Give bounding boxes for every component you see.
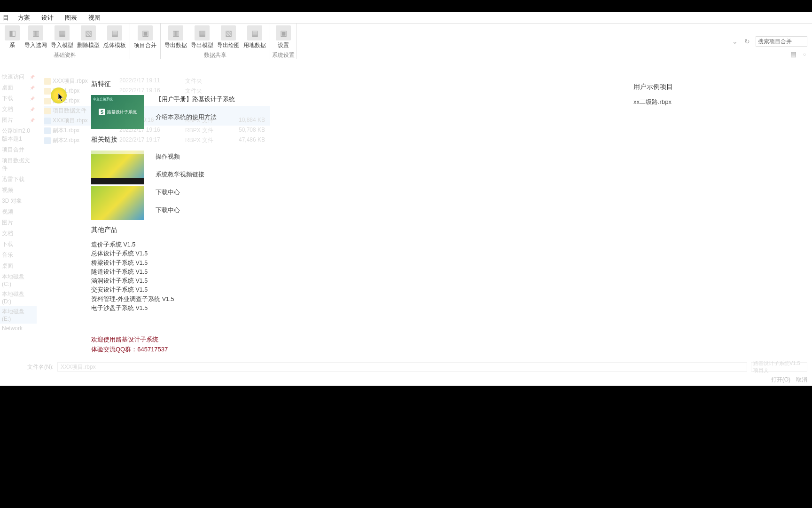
menu-item-chart[interactable]: 图表	[59, 12, 83, 24]
cursor-icon	[58, 93, 64, 103]
link-row-video[interactable]: 操作视频 系统教学视频链接	[91, 151, 605, 184]
delete-model-icon: ▧	[81, 25, 96, 40]
export-model-icon: ▦	[195, 25, 210, 40]
product-list: 造价子系统 V1.5总体设计子系统 V1.5桥梁设计子系统 V1.5隧道设计子系…	[91, 241, 605, 312]
product-item[interactable]: 造价子系统 V1.5	[91, 241, 605, 248]
product-item[interactable]: 交安设计子系统 V1.5	[91, 286, 605, 294]
thumb-logo-text: 中交公路系统	[93, 97, 113, 102]
product-item[interactable]: 资料管理-外业调查子系统 V1.5	[91, 295, 605, 303]
ribbon-group-share: ▥导出数据 ▦导出模型 ▧导出绘图 ▤用地数据 数据共享	[161, 24, 270, 59]
ribbon-group-basicdata: ◧系 ▥导入选网 ▦导入模型 ▧删除模型 ▤总体模板 基础资料	[0, 24, 130, 59]
ribbon-group-label-settings: 系统设置	[272, 50, 295, 60]
ribbon-group-label-share: 数据共享	[204, 50, 226, 60]
export-draw-icon: ▧	[221, 25, 236, 40]
link-row-download[interactable]: 下载中心 下载中心	[91, 186, 605, 220]
link-subtitle-download: 下载中心	[156, 206, 180, 214]
product-item[interactable]: 桥梁设计子系统 V1.5	[91, 259, 605, 267]
welcome-block: 欢迎使用路基设计子系统 体验交流QQ群：645717537	[91, 335, 605, 354]
section-title-samples: 用户示例项目	[633, 83, 803, 91]
ribbon-btn-settings[interactable]: ▣设置	[273, 24, 294, 50]
ribbon-btn-0-0[interactable]: ◧系	[2, 24, 23, 50]
feature-row[interactable]: 中交公路系统 S路基设计子系统 【用户手册】路基设计子系统 介绍本系统的使用方法	[91, 95, 605, 129]
ribbon-btn-template[interactable]: ▤总体模板	[102, 24, 128, 50]
start-left: 新特征 中交公路系统 S路基设计子系统 【用户手册】路基设计子系统 介绍本系统的…	[0, 71, 624, 363]
cancel-button[interactable]: 取消	[796, 376, 807, 384]
welcome-line2: 体验交流QQ群：645717537	[91, 345, 605, 354]
ribbon-btn-merge[interactable]: ▣项目合并	[132, 24, 158, 57]
feature-subtitle: 介绍本系统的使用方法	[156, 113, 235, 121]
tool-icon: ◧	[5, 25, 20, 40]
ribbon-btn-import-net[interactable]: ▥导入选网	[23, 24, 49, 50]
product-item[interactable]: 涵洞设计子系统 V1.5	[91, 277, 605, 285]
menu-item-design[interactable]: 设计	[36, 12, 59, 24]
link-subtitle-video: 系统教学视频链接	[156, 170, 204, 179]
menu-item-view[interactable]: 视图	[83, 12, 106, 24]
user-samples-panel: 用户示例项目 xx二级路.rbpx	[624, 71, 812, 363]
product-item[interactable]: 总体设计子系统 V1.5	[91, 250, 605, 257]
view-mode-icon[interactable]: ▤	[789, 50, 797, 58]
app-window: 目 方案 设计 图表 视图 ◧系 ▥导入选网 ▦导入模型 ▧删除模型 ▤总体模板…	[0, 12, 812, 386]
import-net-icon: ▥	[28, 25, 43, 40]
filetype-select[interactable]: 路基设计子系统V1.5项目文	[751, 362, 807, 372]
filename-bar: 文件名(N): XXX项目.rbpx 路基设计子系统V1.5项目文	[0, 361, 812, 373]
sample-item[interactable]: xx二级路.rbpx	[633, 98, 803, 106]
product-item[interactable]: 电子沙盘子系统 V1.5	[91, 304, 605, 312]
export-data-icon: ▥	[168, 25, 183, 40]
help-icon[interactable]: ▫	[801, 50, 808, 58]
open-button[interactable]: 打开(O)	[771, 376, 790, 384]
chevron-down-icon[interactable]: ⌄	[731, 38, 739, 45]
menu-item-plan[interactable]: 方案	[12, 12, 36, 24]
start-page: 新特征 中交公路系统 S路基设计子系统 【用户手册】路基设计子系统 介绍本系统的…	[0, 71, 812, 363]
ribbon-btn-export-data[interactable]: ▥导出数据	[163, 24, 189, 50]
cursor-highlight	[51, 87, 67, 103]
ribbon: ◧系 ▥导入选网 ▦导入模型 ▧删除模型 ▤总体模板 基础资料 ▣项目合并 ▥导…	[0, 24, 812, 59]
settings-icon: ▣	[276, 25, 291, 40]
menubar: 目 方案 设计 图表 视图	[0, 12, 812, 24]
ribbon-group-label-basicdata: 基础资料	[54, 50, 76, 60]
ribbon-group-settings: ▣设置 系统设置	[270, 24, 297, 59]
product-item[interactable]: 隧道设计子系统 V1.5	[91, 268, 605, 276]
ribbon-btn-import-model[interactable]: ▦导入模型	[49, 24, 75, 50]
filename-label: 文件名(N):	[27, 363, 54, 371]
link-thumb-download	[91, 186, 144, 220]
thumb-s-icon: S	[99, 109, 105, 115]
section-title-features: 新特征	[91, 80, 605, 88]
link-title-video: 操作视频	[156, 152, 204, 161]
template-icon: ▤	[107, 25, 122, 40]
section-title-links: 相关链接	[91, 135, 605, 144]
search-input[interactable]	[756, 36, 807, 47]
merge-icon: ▣	[138, 25, 153, 40]
ribbon-btn-delete-model[interactable]: ▧删除模型	[75, 24, 102, 50]
ribbon-group-merge: ▣项目合并	[130, 24, 161, 59]
thumb-main-text: 路基设计子系统	[107, 109, 137, 115]
refresh-icon[interactable]: ↻	[743, 38, 751, 45]
dialog-buttons: 打开(O) 取消	[771, 376, 807, 384]
ribbon-btn-export-draw[interactable]: ▧导出绘图	[215, 24, 242, 50]
land-data-icon: ▤	[247, 25, 262, 40]
feature-title: 【用户手册】路基设计子系统	[156, 95, 235, 103]
link-thumb-video	[91, 151, 144, 184]
ribbon-btn-land-data[interactable]: ▤用地数据	[242, 24, 268, 50]
ribbon-btn-export-model[interactable]: ▦导出模型	[189, 24, 215, 50]
section-title-products: 其他产品	[91, 226, 605, 234]
import-model-icon: ▦	[55, 25, 70, 40]
menu-item-file[interactable]: 目	[0, 12, 12, 24]
feature-thumb: 中交公路系统 S路基设计子系统	[91, 95, 144, 129]
filename-input[interactable]: XXX项目.rbpx	[57, 362, 747, 372]
welcome-line1: 欢迎使用路基设计子系统	[91, 335, 605, 344]
link-title-download: 下载中心	[156, 188, 180, 197]
